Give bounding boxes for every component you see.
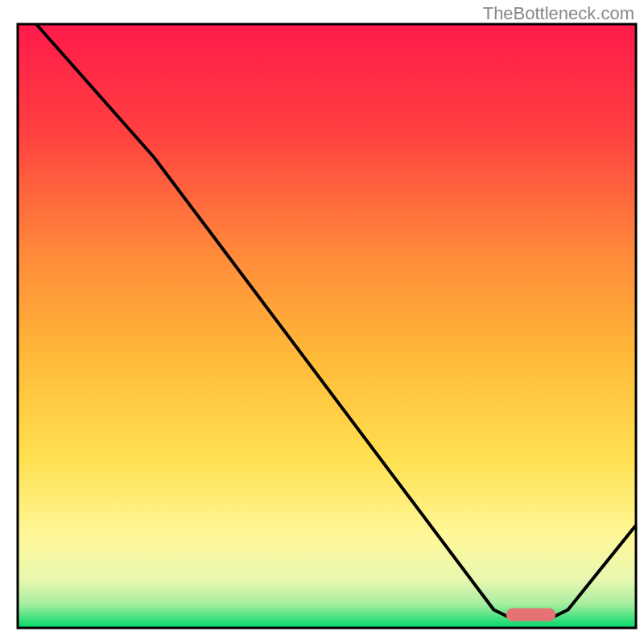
optimal-marker — [506, 609, 555, 621]
bottleneck-chart — [0, 0, 644, 644]
gradient-background — [18, 24, 636, 628]
chart-container: TheBottleneck.com — [0, 0, 644, 644]
watermark-text: TheBottleneck.com — [483, 3, 634, 24]
plot-area — [18, 24, 636, 628]
